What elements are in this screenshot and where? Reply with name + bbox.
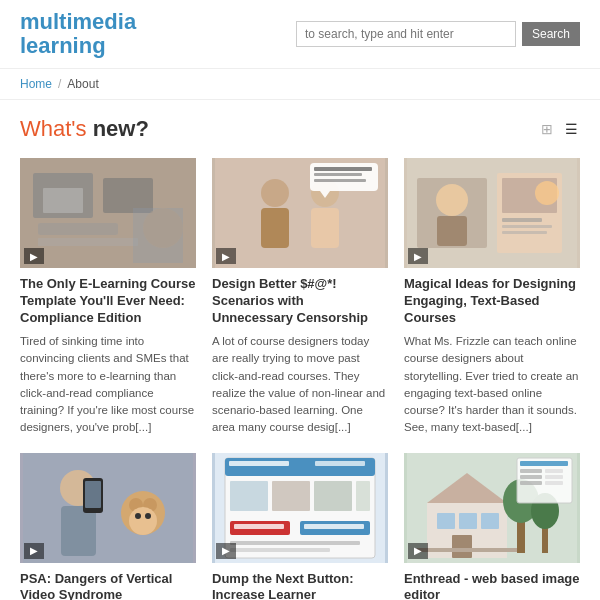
section-title-whats: What's [20,116,87,141]
main-content: What's new? ⊞ ☰ [0,100,600,600]
svg-rect-45 [272,481,310,511]
svg-rect-7 [133,208,183,263]
section-header: What's new? ⊞ ☰ [20,116,580,142]
thumb-overlay-1: ▶ [24,248,44,264]
thumb-icon-5: ▶ [222,545,230,556]
logo-text-multi: multimedia [20,9,136,34]
breadcrumb-home-link[interactable]: Home [20,77,52,91]
svg-rect-42 [229,461,289,466]
svg-rect-15 [314,167,372,171]
article-card-4: ▶ PSA: Dangers of Vertical Video Syndrom… [20,453,196,600]
article-title-3[interactable]: Magical Ideas for Designing Engaging, Te… [404,276,580,327]
svg-rect-26 [502,231,547,234]
svg-rect-68 [520,469,542,473]
thumb-overlay-4: ▶ [24,543,44,559]
article-thumb-1[interactable]: ▶ [20,158,196,268]
svg-rect-5 [43,188,83,213]
svg-rect-41 [225,458,375,476]
svg-rect-4 [38,238,138,246]
svg-rect-60 [452,535,472,558]
svg-point-27 [535,181,559,205]
svg-point-36 [129,507,157,535]
logo-text-learning: learning [20,33,106,58]
article-card-3: ▶ Magical Ideas for Designing Engaging, … [404,158,580,436]
article-thumb-2[interactable]: ▶ [212,158,388,268]
svg-rect-24 [502,218,542,222]
search-input[interactable] [296,21,516,47]
article-card-6: ▶ Enthread - web based image editor Simp… [404,453,580,600]
svg-point-37 [135,513,141,519]
svg-rect-69 [520,475,542,479]
thumb-icon-3: ▶ [414,251,422,262]
svg-rect-2 [103,178,153,213]
svg-rect-43 [315,461,365,466]
article-title-2[interactable]: Design Better $#@*! Scenarios with Unnec… [212,276,388,327]
breadcrumb-current: About [67,77,98,91]
svg-rect-70 [520,481,542,485]
svg-rect-71 [545,469,563,473]
breadcrumb-separator: / [58,77,61,91]
article-card-1: ▶ The Only E-Learning Course Template Yo… [20,158,196,436]
svg-rect-16 [314,173,362,176]
article-excerpt-2: A lot of course designers today are real… [212,333,388,437]
svg-rect-57 [437,513,455,529]
svg-rect-32 [85,481,101,508]
svg-rect-30 [61,506,96,556]
svg-rect-53 [230,548,330,552]
thumb-icon-2: ▶ [222,251,230,262]
article-title-5[interactable]: Dump the Next Button: Increase Learner E… [212,571,388,600]
article-thumb-5[interactable]: ▶ [212,453,388,563]
article-card-2: ▶ Design Better $#@*! Scenarios with Unn… [212,158,388,436]
svg-rect-10 [261,208,289,248]
svg-rect-21 [437,216,467,246]
svg-rect-12 [311,208,339,248]
article-thumb-3[interactable]: ▶ [404,158,580,268]
svg-rect-51 [304,524,364,529]
article-card-5: ▶ Dump the Next Button: Increase Learner… [212,453,388,600]
articles-grid: ▶ The Only E-Learning Course Template Yo… [20,158,580,600]
search-button[interactable]: Search [522,22,580,46]
thumb-icon-4: ▶ [30,545,38,556]
svg-rect-59 [481,513,499,529]
svg-point-20 [436,184,468,216]
article-title-4[interactable]: PSA: Dangers of Vertical Video Syndrome [20,571,196,600]
article-excerpt-3: What Ms. Frizzle can teach online course… [404,333,580,437]
svg-rect-17 [314,179,366,182]
breadcrumb: Home / About [0,69,600,100]
svg-point-38 [145,513,151,519]
search-area: Search [156,21,580,47]
svg-rect-28 [23,453,193,563]
svg-rect-58 [459,513,477,529]
svg-rect-73 [545,481,563,485]
section-title-new: new? [87,116,149,141]
list-view-button[interactable]: ☰ [562,120,580,138]
header: multimedia learning Search [0,0,600,69]
article-thumb-4[interactable]: ▶ [20,453,196,563]
logo[interactable]: multimedia learning [20,10,136,58]
grid-view-button[interactable]: ⊞ [538,120,556,138]
svg-rect-3 [38,223,118,235]
list-icon: ☰ [565,121,578,137]
thumb-icon-6: ▶ [414,545,422,556]
svg-rect-72 [545,475,563,479]
svg-rect-50 [234,524,284,529]
svg-rect-61 [417,548,517,552]
thumb-overlay-2: ▶ [216,248,236,264]
article-title-1[interactable]: The Only E-Learning Course Template You'… [20,276,196,327]
svg-point-9 [261,179,289,207]
thumb-icon-1: ▶ [30,251,38,262]
svg-rect-52 [230,541,360,545]
thumb-overlay-5: ▶ [216,543,236,559]
svg-rect-46 [314,481,352,511]
article-thumb-6[interactable]: ▶ [404,453,580,563]
article-title-6[interactable]: Enthread - web based image editor [404,571,580,600]
view-toggle: ⊞ ☰ [538,120,580,138]
svg-rect-47 [356,481,370,511]
grid-icon: ⊞ [541,121,553,137]
svg-rect-67 [520,461,568,466]
svg-rect-44 [230,481,268,511]
thumb-overlay-3: ▶ [408,248,428,264]
article-excerpt-1: Tired of sinking time into convincing cl… [20,333,196,437]
thumb-overlay-6: ▶ [408,543,428,559]
section-title: What's new? [20,116,149,142]
